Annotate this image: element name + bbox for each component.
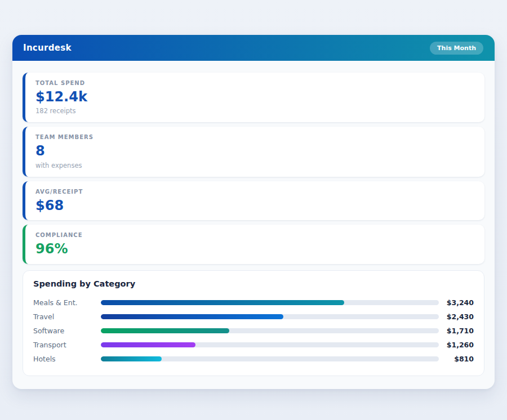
bar-fill-hotels [101, 356, 162, 361]
category-label: Travel [33, 312, 101, 321]
period-badge[interactable]: This Month [430, 42, 483, 55]
category-value: $3,240 [439, 298, 474, 307]
bar-track [101, 300, 439, 305]
stat-label: AVG/RECEIPT [35, 189, 474, 195]
incurdesk-panel: Incurdesk This Month TOTAL SPEND $12.4k … [12, 35, 495, 389]
chart-row-meals: Meals & Ent. $3,240 [33, 296, 474, 310]
chart-row-hotels: Hotels $810 [33, 352, 474, 366]
category-value: $1,260 [439, 341, 474, 349]
stat-value: 96% [35, 242, 474, 256]
category-label: Meals & Ent. [33, 298, 101, 307]
bar-fill-transport [101, 342, 195, 347]
stat-card-team-members: TEAM MEMBERS 8 with expenses [23, 127, 484, 176]
stat-card-total-spend: TOTAL SPEND $12.4k 182 receipts [23, 73, 484, 122]
stat-card-compliance: COMPLIANCE 96% [23, 225, 484, 263]
category-label: Software [33, 327, 101, 335]
chart-row-transport: Transport $1,260 [33, 338, 474, 352]
category-label: Transport [33, 341, 101, 349]
app-title: Incurdesk [23, 43, 72, 53]
stat-label: TOTAL SPEND [35, 80, 474, 86]
bar-fill-travel [101, 314, 283, 319]
bar-track [101, 314, 439, 319]
stat-label: TEAM MEMBERS [35, 134, 474, 140]
spending-by-category-card: Spending by Category Meals & Ent. $3,240… [23, 270, 484, 376]
panel-content: TOTAL SPEND $12.4k 182 receipts TEAM MEM… [12, 61, 495, 389]
category-label: Hotels [33, 355, 101, 363]
category-value: $1,710 [439, 327, 474, 335]
stat-value: $12.4k [35, 90, 474, 104]
bar-track [101, 328, 439, 333]
stat-subtext: 182 receipts [35, 107, 474, 115]
stat-value: $68 [35, 198, 474, 213]
category-value: $2,430 [439, 312, 474, 321]
stat-subtext: with expenses [35, 162, 474, 169]
stat-value: 8 [35, 144, 474, 158]
bar-fill-meals [101, 300, 344, 305]
chart-title: Spending by Category [33, 279, 474, 288]
app-header: Incurdesk This Month [12, 35, 495, 61]
chart-row-software: Software $1,710 [33, 324, 474, 338]
chart-row-travel: Travel $2,430 [33, 310, 474, 324]
bar-track [101, 356, 439, 361]
category-value: $810 [439, 355, 474, 363]
stat-card-avg-receipt: AVG/RECEIPT $68 [23, 181, 484, 220]
bar-fill-software [101, 328, 229, 333]
bar-track [101, 342, 439, 347]
stat-label: COMPLIANCE [35, 232, 474, 238]
